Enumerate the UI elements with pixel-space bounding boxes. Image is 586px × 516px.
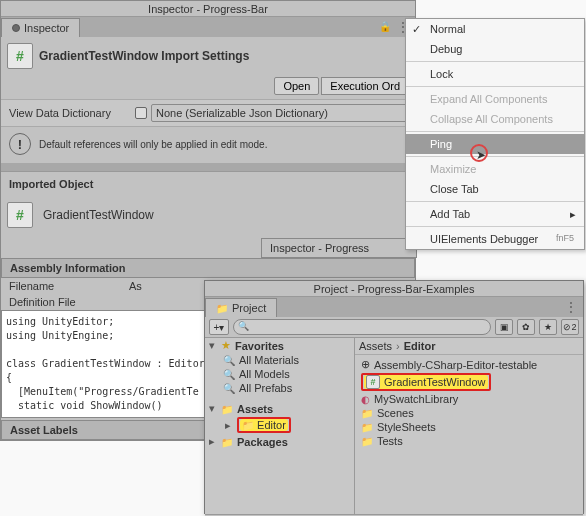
hidden-packages-button[interactable]: ⊘2: [561, 319, 579, 335]
view-data-field[interactable]: None (Serializable Json Dictionary): [151, 104, 407, 122]
asset-scenes[interactable]: Scenes: [357, 406, 581, 420]
menu-collapse-all: Collapse All Components: [406, 109, 584, 129]
menu-uielements-debugger[interactable]: UIElements DebuggerfnF5: [406, 229, 584, 249]
cursor-icon: ➤: [470, 144, 490, 164]
menu-lock[interactable]: Lock: [406, 64, 584, 84]
asset-gradienttest[interactable]: #GradientTestWindow: [357, 372, 581, 392]
execution-order-button[interactable]: Execution Ord: [321, 77, 409, 95]
filename-label: Filename: [9, 280, 129, 292]
project-search-input[interactable]: [233, 319, 491, 335]
swatch-icon: [361, 393, 370, 405]
inspector-tab-strip: Inspector: [1, 17, 415, 37]
imported-object-header: Imported Object: [1, 171, 415, 196]
inspector-window-title: Inspector - Progress-Bar: [1, 1, 415, 17]
info-message: Default references will only be applied …: [39, 139, 267, 150]
import-settings-title: GradientTestWindow Import Settings: [39, 49, 409, 63]
create-button[interactable]: +▾: [209, 319, 229, 335]
folder-icon: [361, 435, 373, 447]
menu-normal[interactable]: Normal: [406, 19, 584, 39]
menu-maximize: Maximize: [406, 159, 584, 179]
asset-stylesheets[interactable]: StyleSheets: [357, 420, 581, 434]
eye-slash-icon: ⊘: [563, 322, 571, 332]
project-window: Project - Progress-Bar-Examples Project …: [204, 280, 584, 514]
asset-swatch[interactable]: MySwatchLibrary: [357, 392, 581, 406]
open-button[interactable]: Open: [274, 77, 319, 95]
nested-inspector-tab[interactable]: Inspector - Progress: [261, 238, 417, 258]
folder-tab-icon: [216, 302, 228, 314]
asset-tests[interactable]: Tests: [357, 434, 581, 448]
project-tab[interactable]: Project: [205, 298, 277, 317]
info-dot-icon: [12, 24, 20, 32]
favorites-node[interactable]: ▾★Favorites: [205, 338, 354, 353]
script-hash-icon: #: [366, 375, 380, 389]
packages-node[interactable]: ▸Packages: [205, 434, 354, 449]
all-materials[interactable]: All Materials: [205, 353, 354, 367]
editor-folder[interactable]: ▸ Editor: [205, 416, 354, 434]
lock-icon[interactable]: [379, 20, 391, 34]
info-icon: !: [9, 133, 31, 155]
filter-by-type-button[interactable]: ▣: [495, 319, 513, 335]
project-content-list: ⊕Assembly-CSharp-Editor-testable #Gradie…: [355, 355, 583, 450]
star-icon: ★: [221, 339, 231, 352]
folder-icon: [361, 421, 373, 433]
script-hash-icon: #: [7, 43, 33, 69]
inspector-body: # GradientTestWindow Import Settings Ope…: [1, 37, 415, 163]
imported-object-name: GradientTestWindow: [43, 208, 154, 222]
search-icon: [223, 354, 235, 366]
breadcrumb: Assets › Editor: [355, 338, 583, 355]
kebab-menu-icon[interactable]: [565, 300, 577, 314]
project-tab-label: Project: [232, 302, 266, 314]
folder-icon: [361, 407, 373, 419]
breadcrumb-editor[interactable]: Editor: [404, 340, 436, 352]
context-menu: Normal Debug Lock Expand All Components …: [405, 18, 585, 250]
menu-expand-all: Expand All Components: [406, 89, 584, 109]
view-data-checkbox[interactable]: [135, 107, 147, 119]
filter-by-label-button[interactable]: ✿: [517, 319, 535, 335]
asset-asmdef[interactable]: ⊕Assembly-CSharp-Editor-testable: [357, 357, 581, 372]
all-models[interactable]: All Models: [205, 367, 354, 381]
search-icon: [223, 368, 235, 380]
circle-icon: ⊕: [361, 358, 370, 371]
inspector-tab-label: Inspector: [24, 22, 69, 34]
search-icon: [223, 382, 235, 394]
assets-node[interactable]: ▾Assets: [205, 401, 354, 416]
imported-hash-icon: #: [7, 202, 33, 228]
definition-file-label: Definition File: [9, 296, 129, 308]
project-window-title: Project - Progress-Bar-Examples: [205, 281, 583, 297]
menu-add-tab[interactable]: Add Tab: [406, 204, 584, 224]
menu-debug[interactable]: Debug: [406, 39, 584, 59]
breadcrumb-assets[interactable]: Assets: [359, 340, 392, 352]
project-tree: ▾★Favorites All Materials All Models All…: [205, 338, 355, 514]
all-prefabs[interactable]: All Prefabs: [205, 381, 354, 395]
menu-ping[interactable]: Ping: [406, 134, 584, 154]
menu-close-tab[interactable]: Close Tab: [406, 179, 584, 199]
folder-icon: [221, 403, 233, 415]
folder-icon: [221, 436, 233, 448]
view-data-label: View Data Dictionary: [9, 107, 131, 119]
favorite-button[interactable]: ★: [539, 319, 557, 335]
folder-icon: [242, 419, 254, 431]
assembly-info-header[interactable]: Assembly Information: [1, 258, 415, 278]
inspector-tab[interactable]: Inspector: [1, 18, 80, 37]
filename-value: As: [129, 280, 142, 292]
